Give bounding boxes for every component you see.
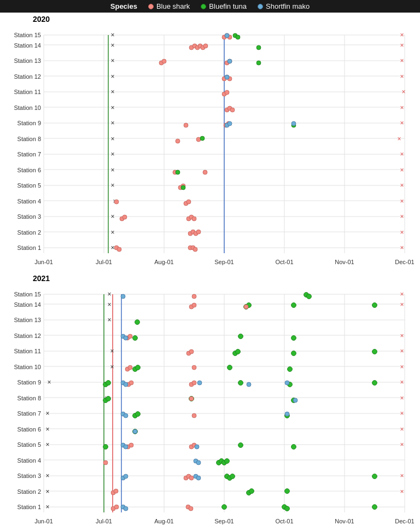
svg-text:×: × xyxy=(110,42,114,49)
svg-point-261 xyxy=(189,476,194,480)
svg-text:×: × xyxy=(110,88,114,96)
svg-text:×: × xyxy=(47,378,51,386)
svg-text:Aug-01: Aug-01 xyxy=(154,259,173,265)
svg-text:×: × xyxy=(400,394,404,402)
svg-text:×: × xyxy=(400,347,404,355)
svg-text:×: × xyxy=(45,441,49,448)
svg-point-213 xyxy=(230,474,235,479)
svg-point-84 xyxy=(122,215,127,219)
chart-2021-svg: Station 1 Station 2 Station 3 Station 4 … xyxy=(0,283,420,525)
svg-point-131 xyxy=(228,59,232,63)
svg-point-298 xyxy=(285,412,289,416)
svg-text:×: × xyxy=(400,472,404,480)
svg-text:Station 11: Station 11 xyxy=(14,348,41,354)
svg-point-243 xyxy=(133,336,138,341)
svg-point-127 xyxy=(181,185,185,190)
svg-text:×: × xyxy=(110,57,114,65)
svg-point-237 xyxy=(228,365,232,370)
svg-text:×: × xyxy=(110,135,114,143)
svg-point-246 xyxy=(135,320,140,325)
svg-text:Oct-01: Oct-01 xyxy=(275,518,293,524)
svg-point-287 xyxy=(124,474,128,479)
svg-text:×: × xyxy=(400,104,404,112)
svg-text:×: × xyxy=(400,441,404,448)
svg-text:Station 1: Station 1 xyxy=(18,244,41,251)
svg-text:×: × xyxy=(107,290,111,298)
svg-text:Station 5: Station 5 xyxy=(18,182,41,189)
bluefin-2021 xyxy=(103,293,377,511)
svg-point-227 xyxy=(106,396,111,401)
svg-text:×: × xyxy=(110,213,114,220)
svg-point-244 xyxy=(238,334,243,339)
svg-point-126 xyxy=(236,35,240,39)
svg-point-270 xyxy=(129,381,133,385)
svg-point-231 xyxy=(106,381,111,386)
svg-point-272 xyxy=(192,381,196,385)
svg-point-293 xyxy=(124,445,128,449)
svg-text:Sep-01: Sep-01 xyxy=(214,518,234,524)
svg-text:Sep-01: Sep-01 xyxy=(214,259,234,265)
svg-point-252 xyxy=(307,294,312,299)
svg-point-297 xyxy=(124,413,128,418)
svg-text:Station 7: Station 7 xyxy=(18,151,41,158)
svg-text:Station 15: Station 15 xyxy=(14,32,41,38)
svg-point-220 xyxy=(238,443,243,448)
svg-text:×: × xyxy=(400,119,404,127)
svg-text:×: × xyxy=(110,119,114,127)
svg-point-209 xyxy=(249,489,254,494)
svg-point-279 xyxy=(128,334,132,339)
svg-text:×: × xyxy=(400,150,404,158)
shortfin-mako-dot xyxy=(258,4,263,9)
svg-text:×: × xyxy=(110,104,114,112)
bluefin-2020 xyxy=(176,33,296,190)
svg-point-291 xyxy=(196,460,201,465)
svg-point-232 xyxy=(238,381,243,386)
x-marks-2020: × × × × × × × × × × × × × × × xyxy=(110,31,116,252)
svg-point-281 xyxy=(192,303,196,307)
svg-point-218 xyxy=(225,459,230,464)
svg-point-102 xyxy=(230,108,235,112)
svg-text:Station 11: Station 11 xyxy=(14,89,41,95)
svg-point-277 xyxy=(189,349,194,354)
svg-point-94 xyxy=(203,170,207,174)
svg-text:×: × xyxy=(401,88,405,96)
svg-text:Station 3: Station 3 xyxy=(18,213,41,220)
svg-point-299 xyxy=(293,398,298,402)
svg-text:×: × xyxy=(110,363,114,371)
legend-item-blue-shark: Blue shark xyxy=(148,2,190,10)
svg-point-87 xyxy=(192,217,196,221)
svg-text:×: × xyxy=(400,301,404,308)
svg-point-268 xyxy=(189,396,194,401)
svg-text:Station 2: Station 2 xyxy=(18,229,41,236)
svg-text:Dec-01: Dec-01 xyxy=(395,518,414,524)
svg-text:Station 8: Station 8 xyxy=(18,395,41,401)
svg-point-303 xyxy=(247,382,251,387)
svg-point-97 xyxy=(184,123,188,127)
svg-point-129 xyxy=(291,121,296,126)
shortfin-2021 xyxy=(121,294,298,511)
svg-point-264 xyxy=(129,443,133,447)
legend-bar: Species Blue shark Bluefin tuna Shortfin… xyxy=(0,0,420,13)
svg-text:Station 4: Station 4 xyxy=(18,198,41,205)
svg-point-236 xyxy=(136,365,141,370)
svg-text:×: × xyxy=(400,213,404,220)
svg-text:×: × xyxy=(400,229,404,236)
svg-point-304 xyxy=(285,381,289,385)
blueshark-2020 xyxy=(114,33,235,252)
svg-text:Oct-01: Oct-01 xyxy=(275,259,293,265)
svg-point-267 xyxy=(192,413,196,418)
svg-point-128 xyxy=(176,170,180,174)
legend-item-bluefin-tuna: Bluefin tuna xyxy=(201,2,247,10)
svg-text:Station 13: Station 13 xyxy=(14,57,41,64)
svg-text:Station 9: Station 9 xyxy=(18,379,41,386)
x-axis-2021: Jun-01 Jul-01 Aug-01 Sep-01 Oct-01 Nov-0… xyxy=(34,518,415,524)
svg-text:Jul-01: Jul-01 xyxy=(96,259,112,265)
svg-text:Aug-01: Aug-01 xyxy=(154,518,173,524)
svg-text:×: × xyxy=(107,316,111,324)
svg-text:×: × xyxy=(400,290,404,298)
bluefin-tuna-dot xyxy=(201,4,206,9)
svg-text:Station 12: Station 12 xyxy=(14,73,41,80)
svg-point-295 xyxy=(133,429,137,434)
svg-text:Station 7: Station 7 xyxy=(18,410,41,417)
svg-text:×: × xyxy=(400,378,404,386)
